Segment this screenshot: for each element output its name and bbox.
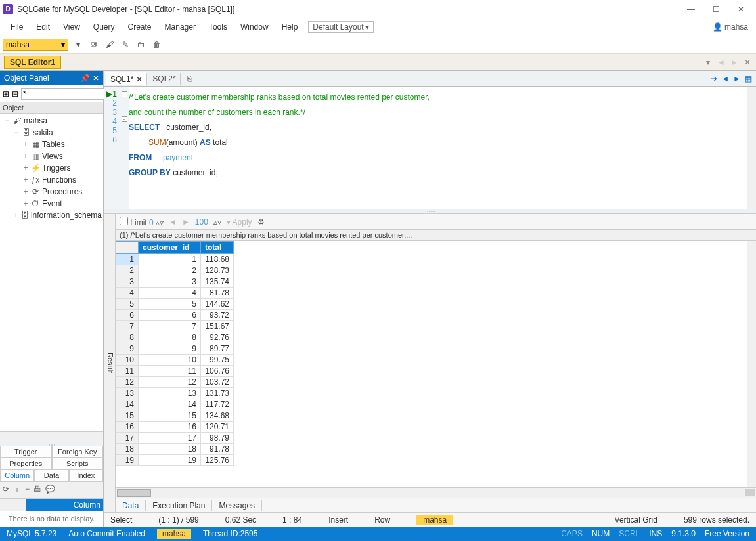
reload-icon[interactable]: ⟳ [3,485,9,496]
collapse-icon[interactable]: ⊟ [12,89,18,98]
tree-item[interactable]: −🖌mahsa [1,115,102,127]
result-side-label[interactable]: Result [104,214,116,512]
close-icon[interactable]: ✕ [136,75,143,84]
menu-manager[interactable]: Manager [158,18,202,35]
table-row[interactable]: 33135.74 [116,276,234,288]
disk-icon[interactable]: 🗀 [135,39,147,51]
grid-vscroll[interactable] [747,241,756,487]
table-row[interactable]: 1212103.72 [116,377,234,388]
tab-trigger[interactable]: Trigger [0,446,52,458]
schema-select[interactable]: mahsa▾ [3,39,68,51]
tree-item[interactable]: +▥Views [1,150,102,162]
col-customer-id[interactable]: customer_id [139,242,201,254]
new-tab-icon[interactable]: ⎘ [187,74,192,83]
table-row[interactable]: 8892.76 [116,332,234,343]
table-row[interactable]: 4481.78 [116,288,234,299]
limit-value[interactable]: 0 [149,218,154,227]
layout-select[interactable]: Default Layout▾ [308,21,374,33]
refresh-icon[interactable]: ▾ [72,39,84,51]
table-row[interactable]: 101099.75 [116,355,234,366]
pen-icon[interactable]: ✎ [120,39,131,51]
result-grid[interactable]: customer_id total 11118.6822128.7333135.… [116,241,234,466]
tab-data[interactable]: Data [34,469,68,481]
brush-icon[interactable]: 🖌 [104,39,116,51]
tab-foreign-key[interactable]: Foreign Key [52,446,104,458]
close-button[interactable]: ✕ [728,1,753,17]
tree-item[interactable]: −🗄sakila [1,127,102,139]
tab-menu-icon[interactable]: ▾ [703,58,713,67]
table-row[interactable]: 181891.78 [116,444,234,455]
tree-item[interactable]: +⚡Triggers [1,162,102,174]
tab-scripts[interactable]: Scripts [52,458,104,469]
tab-result-plan[interactable]: Execution Plan [146,500,212,511]
object-panel-hscroll[interactable] [0,431,103,441]
nav-right-icon[interactable]: ➔ [711,74,717,83]
menu-edit[interactable]: Edit [30,18,56,35]
page-prev-icon[interactable]: ◄ [169,217,177,227]
code-tab-sql2[interactable]: SQL2* [148,73,180,85]
layout-icon[interactable]: ▦ [745,74,752,83]
panel-splitter[interactable]: ⋯ [0,441,103,446]
tab-prev-icon[interactable]: ◄ [717,58,726,67]
limit-checkbox[interactable] [120,217,128,225]
user-indicator[interactable]: 👤 mahsa [713,22,752,32]
tree-item[interactable]: +🗄information_schema [1,209,102,221]
code-tab-sql1[interactable]: SQL1*✕ [106,72,147,85]
print-icon[interactable]: 🖶 [33,485,41,496]
minimize-button[interactable]: — [678,1,703,17]
tab-index[interactable]: Index [69,469,103,481]
menu-file[interactable]: File [4,18,30,35]
table-row[interactable]: 6693.72 [116,310,234,321]
menu-create[interactable]: Create [122,18,158,35]
menu-window[interactable]: Window [234,18,275,35]
spinner-icon[interactable]: ▵▿ [213,217,221,227]
menu-view[interactable]: View [56,18,87,35]
page-value[interactable]: 100 [195,217,208,227]
tab-result-data[interactable]: Data [116,500,146,511]
menu-query[interactable]: Query [87,18,122,35]
maximize-button[interactable]: ☐ [703,1,728,17]
connect-icon[interactable]: 🖳 [88,39,100,51]
tab-result-messages[interactable]: Messages [212,500,262,511]
page-next-icon[interactable]: ► [182,217,190,227]
table-row[interactable]: 77151.67 [116,321,234,332]
table-row[interactable]: 1919125.76 [116,455,234,466]
table-row[interactable]: 1515134.68 [116,410,234,422]
code-area[interactable]: /*Let's create customer membership ranks… [129,87,756,209]
table-row[interactable]: 1111106.76 [116,366,234,377]
tree-item[interactable]: +ƒxFunctions [1,174,102,186]
tab-sql-editor-1[interactable]: SQL Editor1 [4,56,61,69]
apply-button[interactable]: ▾ Apply [227,217,252,227]
table-row[interactable]: 22128.73 [116,265,234,276]
nav-back-icon[interactable]: ◄ [721,74,729,83]
table-row[interactable]: 1414117.72 [116,399,234,410]
menu-tools[interactable]: Tools [202,18,234,35]
table-row[interactable]: 1616120.71 [116,422,234,433]
table-row[interactable]: 171798.79 [116,433,234,444]
spinner-icon[interactable]: ▵▿ [156,218,164,227]
tab-column[interactable]: Column [0,469,34,481]
object-tree[interactable]: −🖌mahsa−🗄sakila+▦Tables+▥Views+⚡Triggers… [0,114,103,431]
panel-close-icon[interactable]: ✕ [93,74,99,83]
nav-fwd-icon[interactable]: ► [733,74,741,83]
table-row[interactable]: 1313131.73 [116,388,234,399]
expand-icon[interactable]: ⊞ [3,89,9,98]
editor-vscroll[interactable] [747,87,756,209]
tab-properties[interactable]: Properties [0,458,52,469]
tab-close-icon[interactable]: ✕ [743,58,752,67]
gear-icon[interactable]: ⚙ [257,217,265,227]
table-row[interactable]: 9989.77 [116,343,234,355]
remove-icon[interactable]: − [25,485,30,496]
col-total[interactable]: total [201,242,234,254]
trash-icon[interactable]: 🗑 [151,39,163,51]
sql-editor[interactable]: ▶123456 -- /*Let's create customer membe… [104,87,756,209]
pin-icon[interactable]: 📌 [80,74,90,83]
horizontal-splitter[interactable]: ⋯⋯ [104,209,756,214]
table-row[interactable]: 55144.62 [116,299,234,310]
menu-help[interactable]: Help [275,18,305,35]
tab-next-icon[interactable]: ► [730,58,739,67]
tree-item[interactable]: +⟳Procedures [1,186,102,198]
comment-icon[interactable]: 💬 [45,485,55,496]
add-icon[interactable]: ＋ [13,485,21,496]
tree-item[interactable]: +⏱Event [1,198,102,209]
